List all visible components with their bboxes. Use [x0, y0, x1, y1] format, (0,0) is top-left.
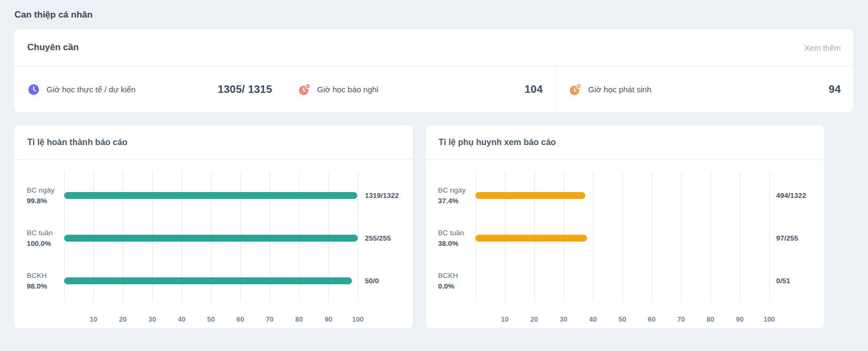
count-label: 97/255	[769, 234, 820, 242]
bar-track	[475, 277, 769, 284]
stat-item: Giờ học thực tế / dự kiến1305/ 1315	[14, 66, 285, 113]
axis-tick: 20	[530, 315, 538, 323]
category-name: BCKH	[27, 272, 64, 280]
bar-track	[64, 277, 358, 284]
axis-tick: 50	[619, 315, 626, 323]
chart-plot-area: BC ngày37.4%494/1322BC tuần38.0%97/255BC…	[438, 174, 820, 323]
category-label: BC ngày37.4%	[438, 186, 475, 205]
parent-view-chart-card: Tỉ lệ phụ huynh xem báo cáo BC ngày37.4%…	[426, 125, 824, 329]
stat-value: 94	[828, 83, 841, 95]
bar	[475, 192, 585, 199]
category-name: BC tuần	[27, 229, 64, 237]
x-axis: 102030405060708090100	[438, 302, 820, 323]
axis-tick: 70	[266, 315, 273, 323]
bar-track	[64, 235, 358, 242]
category-label: BC tuần100.0%	[27, 229, 64, 248]
stat-item: Giờ học báo nghỉ104	[285, 66, 556, 113]
category-label: BCKH0.0%	[438, 272, 475, 290]
stat-value: 104	[525, 83, 543, 95]
chart-title: Tỉ lệ phụ huynh xem báo cáo	[439, 138, 556, 147]
charts-row: Tỉ lệ hoàn thành báo cáo BC ngày99.8%131…	[14, 125, 854, 329]
category-name: BC ngày	[438, 186, 475, 194]
axis-tick: 30	[560, 315, 567, 323]
count-label: 50/0	[358, 277, 409, 285]
axis-tick: 90	[736, 315, 744, 323]
category-name: BC ngày	[27, 186, 64, 194]
x-axis: 102030405060708090100	[27, 302, 409, 323]
axis-tick: 100	[352, 315, 364, 323]
axis-tick: 60	[648, 315, 655, 323]
axis-tick: 80	[707, 315, 714, 323]
bar-track	[64, 192, 358, 199]
attendance-card-header: Chuyên cần Xem thêm	[14, 29, 854, 66]
axis-tick: 10	[501, 315, 509, 323]
percent-label: 99.8%	[27, 197, 64, 205]
count-label: 255/255	[358, 234, 409, 242]
axis-tick: 40	[178, 315, 185, 323]
chart-row: BC tuần38.0%97/255	[438, 217, 820, 259]
chart-row: BC ngày37.4%494/1322	[438, 174, 820, 217]
axis-tick: 60	[237, 315, 244, 323]
stat-value: 1305/ 1315	[217, 83, 272, 95]
count-label: 0/51	[769, 277, 820, 285]
chart-row: BC tuần100.0%255/255	[27, 217, 409, 259]
chart-plot-area: BC ngày99.8%1319/1322BC tuần100.0%255/25…	[27, 174, 409, 323]
chart-card-header: Tỉ lệ hoàn thành báo cáo	[14, 125, 413, 160]
category-label: BC tuần38.0%	[438, 229, 475, 248]
page-title: Can thiệp cá nhân	[14, 10, 854, 20]
see-more-link[interactable]: Xem thêm	[804, 43, 841, 52]
axis-tick: 70	[677, 315, 685, 323]
axis-tick: 80	[295, 315, 303, 323]
axis-tick: 10	[90, 315, 97, 323]
axis-tick: 30	[148, 315, 156, 323]
attendance-stats-row: Giờ học thực tế / dự kiến1305/ 1315Giờ h…	[14, 66, 854, 113]
count-label: 1319/1322	[358, 192, 409, 200]
percent-label: 38.0%	[438, 240, 475, 248]
dashboard-page: Can thiệp cá nhân Chuyên cần Xem thêm Gi…	[0, 0, 868, 329]
percent-label: 100.0%	[27, 240, 64, 248]
count-label: 494/1322	[769, 192, 820, 200]
chart-card-header: Tỉ lệ phụ huynh xem báo cáo	[426, 125, 824, 160]
category-label: BCKH98.0%	[27, 272, 64, 290]
clock-icon	[27, 83, 40, 96]
bar	[64, 235, 358, 242]
report-completion-chart: BC ngày99.8%1319/1322BC tuần100.0%255/25…	[14, 160, 413, 331]
axis-tick: 90	[325, 315, 332, 323]
parent-view-chart: BC ngày37.4%494/1322BC tuần38.0%97/255BC…	[426, 160, 824, 331]
bar	[475, 235, 587, 242]
axis-tick: 50	[207, 315, 215, 323]
attendance-card-title: Chuyên cần	[27, 42, 79, 53]
chart-row: BC ngày99.8%1319/1322	[27, 174, 409, 217]
bar	[64, 192, 357, 199]
chart-title: Tỉ lệ hoàn thành báo cáo	[27, 138, 128, 147]
bar	[64, 277, 352, 284]
category-name: BCKH	[438, 272, 475, 280]
report-completion-chart-card: Tỉ lệ hoàn thành báo cáo BC ngày99.8%131…	[14, 125, 413, 329]
attendance-card: Chuyên cần Xem thêm Giờ học thực tế / dự…	[14, 29, 854, 113]
axis-tick: 40	[589, 315, 597, 323]
clock-minus-icon	[298, 83, 311, 96]
chart-row: BCKH0.0%0/51	[438, 259, 820, 302]
stat-item: Giờ học phát sinh94	[556, 66, 854, 113]
percent-label: 37.4%	[438, 197, 475, 205]
chart-row: BCKH98.0%50/0	[27, 259, 409, 302]
clock-plus-icon	[569, 83, 582, 96]
bar-track	[475, 192, 769, 199]
stat-label: Giờ học báo nghỉ	[317, 85, 525, 94]
category-name: BC tuần	[438, 229, 475, 237]
axis-tick: 100	[763, 315, 775, 323]
percent-label: 98.0%	[27, 282, 64, 290]
percent-label: 0.0%	[438, 282, 475, 290]
bar-track	[475, 235, 769, 242]
stat-label: Giờ học thực tế / dự kiến	[46, 85, 217, 94]
category-label: BC ngày99.8%	[27, 186, 64, 205]
axis-tick: 20	[119, 315, 127, 323]
stat-label: Giờ học phát sinh	[588, 85, 828, 94]
